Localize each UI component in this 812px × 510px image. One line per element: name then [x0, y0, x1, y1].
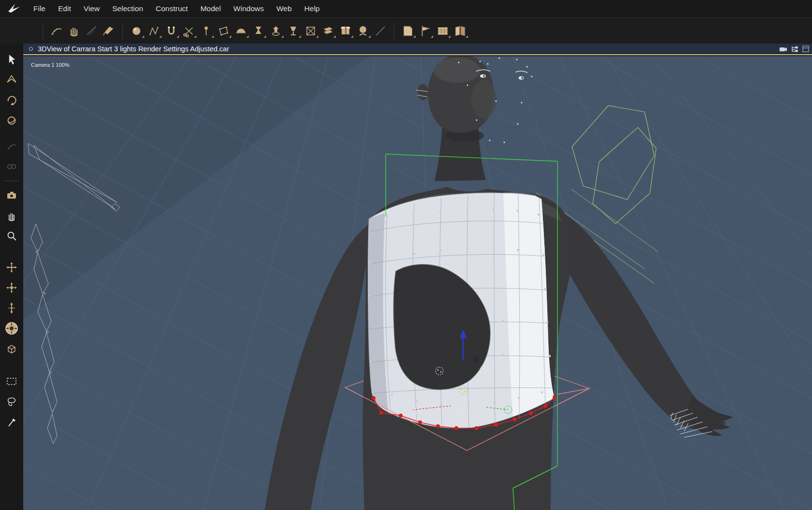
half-sphere-tool[interactable]: [233, 23, 249, 39]
camera-small-icon[interactable]: [779, 46, 787, 52]
marquee-select-tool[interactable]: [3, 372, 20, 390]
menu-help[interactable]: Help: [298, 4, 326, 13]
link-tool-disabled[interactable]: [3, 158, 20, 175]
trackball-tool[interactable]: [3, 112, 20, 129]
select-arrow-tool[interactable]: [3, 51, 20, 68]
sphere-primitive-tool[interactable]: [129, 23, 144, 39]
mirror-tool[interactable]: [452, 23, 468, 39]
flag-tool[interactable]: [418, 23, 433, 39]
figure-left-eye: [480, 75, 486, 78]
knife-tool[interactable]: [3, 413, 20, 431]
delete-box-tool[interactable]: [303, 23, 318, 39]
move-vertical-tool[interactable]: [3, 299, 20, 317]
sphere-stand-tool[interactable]: [355, 23, 371, 39]
left-toolbar-separator: [4, 181, 19, 181]
menu-view[interactable]: View: [77, 4, 106, 13]
pan-tool[interactable]: [3, 207, 20, 224]
camera-selector[interactable]: Camera 1 100%: [31, 62, 70, 68]
grid-panel-tool[interactable]: [435, 23, 451, 39]
move-tool[interactable]: [3, 259, 20, 276]
orbit-tool[interactable]: [3, 92, 20, 109]
camera-tool[interactable]: [3, 186, 20, 204]
top-toolbar: [0, 17, 812, 44]
universal-manipulator-tool[interactable]: [3, 320, 20, 337]
hand-grab-tool[interactable]: [66, 23, 82, 39]
menu-web[interactable]: Web: [270, 4, 298, 13]
page-curl-tool[interactable]: [400, 23, 416, 39]
move-plane-tool[interactable]: [3, 279, 20, 296]
spray-tool-disabled[interactable]: [3, 138, 20, 155]
magnet-tool[interactable]: [164, 23, 179, 39]
gift-box-tool[interactable]: [338, 23, 353, 39]
figure-ear: [418, 84, 428, 100]
brush-tool[interactable]: [84, 23, 99, 39]
line-tool[interactable]: [373, 23, 388, 39]
menu-bar: File Edit View Selection Construct Model…: [0, 0, 812, 17]
menu-windows[interactable]: Windows: [227, 4, 270, 13]
view-titlebar: 3DView of Carrara Start 3 lights Render …: [23, 44, 812, 55]
polygon-tool[interactable]: [216, 23, 231, 39]
menu-construct[interactable]: Construct: [150, 4, 194, 13]
viewport-3d[interactable]: Camera 1 100%: [23, 56, 812, 510]
menu-file[interactable]: File: [27, 4, 52, 13]
carrara-logo-icon: [8, 3, 20, 14]
viewport-canvas[interactable]: [23, 56, 812, 510]
extrude-tool[interactable]: [268, 23, 284, 39]
vest-mesh: [368, 193, 555, 428]
lasso-select-tool[interactable]: [3, 393, 20, 410]
goblet-tool[interactable]: [286, 23, 301, 39]
toolbar-separator: [394, 22, 394, 40]
window-menu-icon[interactable]: [29, 47, 33, 51]
wire-spray-tool[interactable]: [49, 23, 64, 39]
spline-tool[interactable]: [146, 23, 162, 39]
panel-small-icon[interactable]: [802, 46, 809, 52]
toolbar-separator: [43, 22, 43, 40]
left-toolbar: [0, 44, 23, 510]
figure-right-eye: [519, 77, 524, 80]
lathe-tool[interactable]: [251, 23, 266, 39]
view-title: 3DView of Carrara Start 3 lights Render …: [38, 45, 229, 53]
toolbar-separator: [122, 22, 123, 40]
scissors-tool[interactable]: [181, 23, 196, 39]
pin-tool[interactable]: [198, 23, 214, 39]
menu-model[interactable]: Model: [194, 4, 227, 13]
razor-tool[interactable]: [101, 23, 117, 39]
rotate-view-tool[interactable]: [3, 71, 20, 89]
hierarchy-small-icon[interactable]: [791, 46, 798, 52]
stack-tool[interactable]: [320, 23, 336, 39]
zoom-tool[interactable]: [3, 227, 20, 245]
menu-edit[interactable]: Edit: [52, 4, 77, 13]
scale-box-tool[interactable]: [3, 340, 20, 357]
menu-selection[interactable]: Selection: [106, 4, 150, 13]
